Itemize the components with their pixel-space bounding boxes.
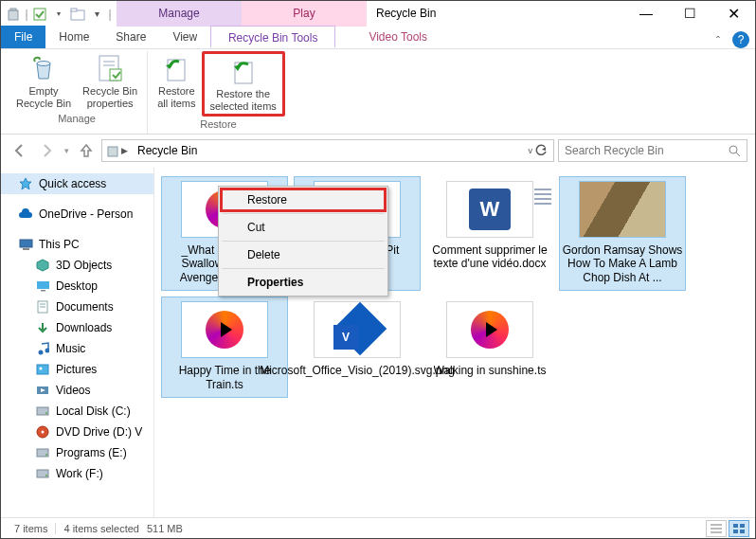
ribbon-group-restore: Restore all items Restore the selected i… bbox=[148, 51, 289, 134]
recycle-bin-icon bbox=[5, 6, 22, 23]
svg-point-13 bbox=[729, 146, 737, 153]
desktop-icon bbox=[35, 278, 50, 294]
file-thumbnail: W bbox=[446, 181, 533, 238]
svg-point-23 bbox=[45, 349, 49, 353]
sidebar-item[interactable]: OneDrive - Person bbox=[1, 204, 153, 225]
search-placeholder: Search Recycle Bin bbox=[565, 144, 664, 157]
sidebar-item[interactable]: DVD Drive (D:) V bbox=[1, 422, 153, 442]
contextual-tab-headers: Manage Play bbox=[117, 1, 367, 27]
history-dropdown-icon[interactable]: ▾ bbox=[62, 146, 71, 155]
context-menu-properties[interactable]: Properties bbox=[221, 271, 386, 294]
restore-all-items-button[interactable]: Restore all items bbox=[152, 51, 201, 117]
sidebar-item[interactable]: 3D Objects bbox=[1, 255, 153, 276]
thumbnails-view-button[interactable] bbox=[729, 520, 749, 537]
svg-rect-16 bbox=[23, 248, 29, 250]
sidebar-item[interactable]: Work (F:) bbox=[1, 463, 153, 484]
navigation-pane[interactable]: Quick accessOneDrive - PersonThis PC3D O… bbox=[1, 168, 154, 517]
sidebar-item[interactable]: Local Disk (C:) bbox=[1, 401, 153, 422]
refresh-icon[interactable] bbox=[534, 144, 548, 157]
file-item[interactable]: WComment supprimer le texte d'une vidéo.… bbox=[427, 177, 552, 290]
sidebar-item[interactable]: Quick access bbox=[1, 173, 153, 194]
svg-rect-12 bbox=[108, 147, 117, 156]
ribbon-collapse-icon[interactable]: ˆ bbox=[708, 35, 729, 48]
address-bar[interactable]: ▶ Recycle Bin v bbox=[101, 139, 554, 162]
qat-new-folder-icon[interactable] bbox=[69, 6, 86, 23]
restore-selected-items-button[interactable]: Restore the selected items bbox=[202, 51, 285, 117]
address-dropdown-icon[interactable]: v bbox=[529, 146, 533, 155]
file-item[interactable]: Walking in sunshine.ts bbox=[427, 297, 552, 397]
svg-point-25 bbox=[40, 368, 43, 370]
restore-selected-icon bbox=[228, 56, 259, 86]
svg-point-30 bbox=[42, 431, 45, 434]
navigation-bar: ▾ ▶ Recycle Bin v Search Recycle Bin bbox=[1, 135, 755, 167]
context-menu: Restore Cut Delete Properties bbox=[218, 186, 388, 296]
sidebar-item-label: Local Disk (C:) bbox=[56, 404, 131, 418]
context-menu-cut[interactable]: Cut bbox=[221, 216, 386, 239]
tab-home[interactable]: Home bbox=[45, 26, 102, 48]
doc-icon bbox=[35, 299, 50, 314]
help-icon[interactable]: ? bbox=[732, 31, 749, 48]
details-view-button[interactable] bbox=[706, 520, 727, 537]
qat-properties-icon[interactable] bbox=[31, 6, 48, 23]
disk-icon bbox=[35, 404, 50, 419]
recycle-bin-properties-button[interactable]: Recycle Bin properties bbox=[77, 51, 143, 111]
search-icon bbox=[729, 145, 741, 157]
sidebar-item[interactable]: Programs (E:) bbox=[1, 442, 153, 463]
sidebar-item-label: Music bbox=[56, 342, 85, 355]
sidebar-item[interactable]: Downloads bbox=[1, 317, 153, 338]
search-input[interactable]: Search Recycle Bin bbox=[558, 139, 747, 162]
sidebar-item[interactable]: Pictures bbox=[1, 359, 153, 380]
ribbon-group-label-restore: Restore bbox=[200, 117, 237, 131]
qat-dropdown-icon[interactable]: ▾ bbox=[50, 6, 67, 23]
sidebar-item-label: Pictures bbox=[56, 363, 97, 376]
pic-icon bbox=[35, 362, 50, 377]
empty-recycle-bin-button[interactable]: Empty Recycle Bin bbox=[10, 51, 77, 111]
tab-view[interactable]: View bbox=[159, 26, 210, 48]
svg-rect-18 bbox=[41, 290, 45, 292]
sidebar-item[interactable]: Documents bbox=[1, 296, 153, 317]
svg-rect-4 bbox=[71, 9, 77, 11]
context-menu-restore[interactable]: Restore bbox=[221, 189, 386, 211]
sidebar-item[interactable]: Music bbox=[1, 338, 153, 359]
minimize-button[interactable]: — bbox=[624, 1, 668, 27]
file-item[interactable]: VMicrosoft_Office_Visio_(2019).svg.png bbox=[295, 297, 420, 397]
sidebar-item[interactable]: Desktop bbox=[1, 276, 153, 296]
maximize-button[interactable]: ☐ bbox=[668, 1, 711, 27]
star-icon bbox=[18, 176, 33, 191]
breadcrumb[interactable]: Recycle Bin bbox=[132, 144, 203, 157]
qat-separator: | bbox=[24, 6, 29, 23]
vid-icon bbox=[35, 383, 50, 398]
breadcrumb-root-chevron-icon[interactable]: ▶ bbox=[121, 146, 132, 155]
pc-icon bbox=[18, 237, 33, 252]
sidebar-item-label: Programs (E:) bbox=[56, 446, 127, 459]
tab-share[interactable]: Share bbox=[102, 26, 159, 48]
tab-file[interactable]: File bbox=[1, 26, 45, 48]
dvd-icon bbox=[35, 424, 50, 440]
qat-overflow-icon[interactable]: ▾ bbox=[88, 6, 105, 23]
svg-rect-15 bbox=[20, 240, 32, 247]
context-menu-separator bbox=[222, 213, 385, 214]
forward-button[interactable] bbox=[35, 139, 58, 162]
close-button[interactable]: ✕ bbox=[711, 1, 755, 27]
ctx-header-play: Play bbox=[242, 1, 367, 27]
file-item[interactable]: Gordon Ramsay Shows How To Make A Lamb C… bbox=[560, 177, 685, 290]
file-item[interactable]: Happy Time in the Train.ts bbox=[162, 297, 287, 397]
tab-video-tools[interactable]: Video Tools bbox=[335, 26, 460, 48]
svg-point-5 bbox=[37, 62, 50, 66]
back-button[interactable] bbox=[9, 139, 31, 162]
file-thumbnail bbox=[579, 181, 666, 238]
file-name-label: Gordon Ramsay Shows How To Make A Lamb C… bbox=[562, 243, 683, 284]
window-controls: — ☐ ✕ bbox=[624, 1, 755, 27]
svg-rect-2 bbox=[34, 9, 45, 20]
sidebar-item[interactable]: This PC bbox=[1, 234, 153, 255]
empty-recycle-bin-icon bbox=[28, 53, 59, 83]
svg-rect-40 bbox=[733, 530, 738, 533]
window-title: Recycle Bin bbox=[367, 1, 624, 27]
status-item-count: 7 items bbox=[7, 523, 56, 534]
status-selected-count: 4 items selected bbox=[56, 523, 146, 534]
svg-rect-0 bbox=[9, 10, 18, 20]
tab-recycle-bin-tools[interactable]: Recycle Bin Tools bbox=[210, 26, 335, 48]
sidebar-item[interactable]: Videos bbox=[1, 380, 153, 401]
context-menu-delete[interactable]: Delete bbox=[221, 243, 386, 266]
up-button[interactable] bbox=[75, 139, 98, 162]
